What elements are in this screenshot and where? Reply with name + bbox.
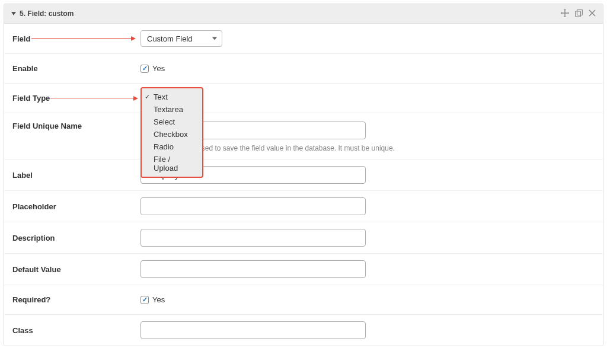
dropdown-item-checkbox[interactable]: Checkbox: [142, 128, 202, 141]
default-value-input[interactable]: [140, 260, 366, 278]
panel-body: Field Custom Field Enable Yes: [4, 24, 603, 346]
dropdown-item-select[interactable]: Select: [142, 116, 202, 128]
move-icon[interactable]: [561, 9, 569, 18]
description-input[interactable]: [140, 229, 366, 247]
field-config-panel: 5. Field: custom Field Custom Field: [4, 4, 603, 346]
enable-checkbox-wrap[interactable]: Yes: [140, 64, 595, 73]
enable-checkbox-label: Yes: [152, 64, 165, 73]
required-checkbox-wrap[interactable]: Yes: [140, 295, 595, 304]
required-checkbox-label: Yes: [152, 295, 165, 304]
panel-header-actions: [561, 9, 596, 18]
enable-checkbox[interactable]: [140, 65, 149, 73]
label-label-field: Label: [12, 171, 140, 180]
field-type-dropdown[interactable]: Text Textarea Select Checkbox Radio File…: [140, 87, 203, 178]
row-required: Required? Yes: [4, 285, 603, 315]
label-enable: Enable: [12, 64, 140, 73]
duplicate-icon[interactable]: [575, 9, 583, 18]
row-placeholder: Placeholder: [4, 191, 603, 222]
dropdown-item-file[interactable]: File / Upload: [142, 153, 202, 174]
row-default-value: Default Value: [4, 254, 603, 285]
row-unique-name: Field Unique Name This name will be used…: [4, 113, 603, 159]
label-field: Field: [12, 34, 140, 43]
label-class: Class: [12, 326, 140, 335]
row-description: Description: [4, 222, 603, 254]
field-select[interactable]: Custom Field: [140, 30, 222, 47]
label-default-value: Default Value: [12, 265, 140, 274]
chevron-down-icon: [212, 37, 217, 40]
unique-name-help: This name will be used to save the field…: [140, 144, 595, 152]
row-class: Class: [4, 315, 603, 346]
svg-rect-0: [576, 11, 581, 17]
panel-title: 5. Field: custom: [20, 9, 74, 18]
dropdown-item-radio[interactable]: Radio: [142, 141, 202, 153]
row-field-type: Field Type: [4, 84, 603, 113]
label-description: Description: [12, 234, 140, 242]
required-checkbox[interactable]: [140, 296, 149, 304]
label-placeholder: Placeholder: [12, 202, 140, 211]
placeholder-input[interactable]: [140, 197, 366, 215]
label-unique-name: Field Unique Name: [12, 122, 140, 130]
row-field: Field Custom Field: [4, 24, 603, 54]
panel-header-title-area: 5. Field: custom: [11, 9, 74, 18]
row-enable: Enable Yes: [4, 54, 603, 84]
dropdown-item-textarea[interactable]: Textarea: [142, 103, 202, 116]
caret-down-icon: [11, 12, 16, 15]
panel-header[interactable]: 5. Field: custom: [4, 4, 603, 24]
row-label: Label: [4, 159, 603, 191]
svg-rect-1: [577, 9, 583, 15]
label-required: Required?: [12, 295, 140, 304]
field-select-value: Custom Field: [147, 34, 193, 43]
label-field-type: Field Type: [12, 94, 140, 103]
dropdown-item-text[interactable]: Text: [142, 91, 202, 103]
class-input[interactable]: [140, 321, 366, 339]
close-icon[interactable]: [589, 9, 596, 18]
